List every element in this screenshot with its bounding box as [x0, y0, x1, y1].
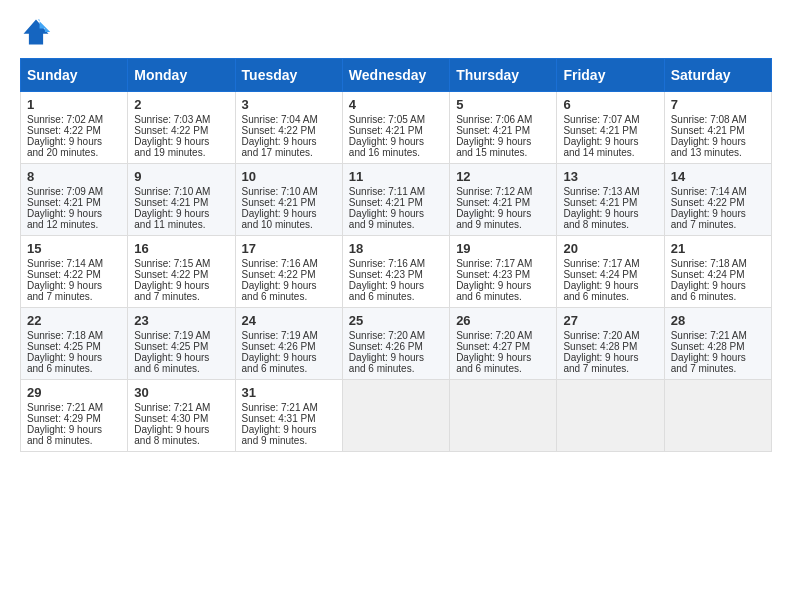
day-number: 5	[456, 97, 550, 112]
day-number: 20	[563, 241, 657, 256]
calendar-cell: 29Sunrise: 7:21 AMSunset: 4:29 PMDayligh…	[21, 380, 128, 452]
day-number: 26	[456, 313, 550, 328]
sunset-text: Sunset: 4:31 PM	[242, 413, 316, 424]
day-number: 28	[671, 313, 765, 328]
calendar-cell: 15Sunrise: 7:14 AMSunset: 4:22 PMDayligh…	[21, 236, 128, 308]
daylight-text: Daylight: 9 hours and 8 minutes.	[563, 208, 638, 230]
sunrise-text: Sunrise: 7:14 AM	[671, 186, 747, 197]
calendar-cell: 10Sunrise: 7:10 AMSunset: 4:21 PMDayligh…	[235, 164, 342, 236]
daylight-text: Daylight: 9 hours and 6 minutes.	[456, 352, 531, 374]
sunrise-text: Sunrise: 7:19 AM	[242, 330, 318, 341]
daylight-text: Daylight: 9 hours and 9 minutes.	[456, 208, 531, 230]
daylight-text: Daylight: 9 hours and 6 minutes.	[27, 352, 102, 374]
calendar-cell: 17Sunrise: 7:16 AMSunset: 4:22 PMDayligh…	[235, 236, 342, 308]
sunrise-text: Sunrise: 7:21 AM	[242, 402, 318, 413]
calendar-week-row: 15Sunrise: 7:14 AMSunset: 4:22 PMDayligh…	[21, 236, 772, 308]
daylight-text: Daylight: 9 hours and 7 minutes.	[671, 208, 746, 230]
sunrise-text: Sunrise: 7:06 AM	[456, 114, 532, 125]
col-header-sunday: Sunday	[21, 59, 128, 92]
daylight-text: Daylight: 9 hours and 6 minutes.	[242, 352, 317, 374]
sunset-text: Sunset: 4:22 PM	[134, 125, 208, 136]
sunset-text: Sunset: 4:25 PM	[134, 341, 208, 352]
sunset-text: Sunset: 4:21 PM	[134, 197, 208, 208]
day-number: 30	[134, 385, 228, 400]
calendar-cell: 13Sunrise: 7:13 AMSunset: 4:21 PMDayligh…	[557, 164, 664, 236]
sunrise-text: Sunrise: 7:03 AM	[134, 114, 210, 125]
daylight-text: Daylight: 9 hours and 6 minutes.	[242, 280, 317, 302]
sunset-text: Sunset: 4:23 PM	[456, 269, 530, 280]
daylight-text: Daylight: 9 hours and 13 minutes.	[671, 136, 746, 158]
day-number: 7	[671, 97, 765, 112]
col-header-wednesday: Wednesday	[342, 59, 449, 92]
logo	[20, 16, 56, 48]
sunset-text: Sunset: 4:21 PM	[563, 125, 637, 136]
daylight-text: Daylight: 9 hours and 10 minutes.	[242, 208, 317, 230]
calendar-cell: 3Sunrise: 7:04 AMSunset: 4:22 PMDaylight…	[235, 92, 342, 164]
sunset-text: Sunset: 4:30 PM	[134, 413, 208, 424]
daylight-text: Daylight: 9 hours and 7 minutes.	[27, 280, 102, 302]
col-header-monday: Monday	[128, 59, 235, 92]
sunset-text: Sunset: 4:28 PM	[563, 341, 637, 352]
daylight-text: Daylight: 9 hours and 11 minutes.	[134, 208, 209, 230]
calendar-cell: 25Sunrise: 7:20 AMSunset: 4:26 PMDayligh…	[342, 308, 449, 380]
sunset-text: Sunset: 4:22 PM	[27, 125, 101, 136]
sunset-text: Sunset: 4:21 PM	[27, 197, 101, 208]
sunrise-text: Sunrise: 7:10 AM	[242, 186, 318, 197]
day-number: 10	[242, 169, 336, 184]
daylight-text: Daylight: 9 hours and 19 minutes.	[134, 136, 209, 158]
calendar-cell: 27Sunrise: 7:20 AMSunset: 4:28 PMDayligh…	[557, 308, 664, 380]
sunset-text: Sunset: 4:27 PM	[456, 341, 530, 352]
day-number: 9	[134, 169, 228, 184]
daylight-text: Daylight: 9 hours and 9 minutes.	[349, 208, 424, 230]
sunset-text: Sunset: 4:22 PM	[242, 125, 316, 136]
sunset-text: Sunset: 4:26 PM	[349, 341, 423, 352]
sunrise-text: Sunrise: 7:08 AM	[671, 114, 747, 125]
sunrise-text: Sunrise: 7:19 AM	[134, 330, 210, 341]
calendar-cell: 11Sunrise: 7:11 AMSunset: 4:21 PMDayligh…	[342, 164, 449, 236]
calendar-week-row: 22Sunrise: 7:18 AMSunset: 4:25 PMDayligh…	[21, 308, 772, 380]
day-number: 1	[27, 97, 121, 112]
sunrise-text: Sunrise: 7:20 AM	[563, 330, 639, 341]
calendar-week-row: 8Sunrise: 7:09 AMSunset: 4:21 PMDaylight…	[21, 164, 772, 236]
day-number: 4	[349, 97, 443, 112]
calendar-cell: 7Sunrise: 7:08 AMSunset: 4:21 PMDaylight…	[664, 92, 771, 164]
daylight-text: Daylight: 9 hours and 15 minutes.	[456, 136, 531, 158]
sunrise-text: Sunrise: 7:09 AM	[27, 186, 103, 197]
sunrise-text: Sunrise: 7:17 AM	[563, 258, 639, 269]
calendar-cell: 2Sunrise: 7:03 AMSunset: 4:22 PMDaylight…	[128, 92, 235, 164]
calendar-cell: 28Sunrise: 7:21 AMSunset: 4:28 PMDayligh…	[664, 308, 771, 380]
sunset-text: Sunset: 4:24 PM	[671, 269, 745, 280]
logo-icon	[20, 16, 52, 48]
day-number: 16	[134, 241, 228, 256]
sunset-text: Sunset: 4:21 PM	[563, 197, 637, 208]
daylight-text: Daylight: 9 hours and 8 minutes.	[27, 424, 102, 446]
daylight-text: Daylight: 9 hours and 9 minutes.	[242, 424, 317, 446]
calendar-cell: 31Sunrise: 7:21 AMSunset: 4:31 PMDayligh…	[235, 380, 342, 452]
day-number: 15	[27, 241, 121, 256]
sunrise-text: Sunrise: 7:12 AM	[456, 186, 532, 197]
sunrise-text: Sunrise: 7:17 AM	[456, 258, 532, 269]
calendar-cell: 20Sunrise: 7:17 AMSunset: 4:24 PMDayligh…	[557, 236, 664, 308]
day-number: 6	[563, 97, 657, 112]
calendar-cell	[664, 380, 771, 452]
sunrise-text: Sunrise: 7:18 AM	[27, 330, 103, 341]
sunset-text: Sunset: 4:28 PM	[671, 341, 745, 352]
calendar-cell: 18Sunrise: 7:16 AMSunset: 4:23 PMDayligh…	[342, 236, 449, 308]
day-number: 27	[563, 313, 657, 328]
calendar-week-row: 29Sunrise: 7:21 AMSunset: 4:29 PMDayligh…	[21, 380, 772, 452]
calendar-cell: 5Sunrise: 7:06 AMSunset: 4:21 PMDaylight…	[450, 92, 557, 164]
calendar-cell: 24Sunrise: 7:19 AMSunset: 4:26 PMDayligh…	[235, 308, 342, 380]
sunrise-text: Sunrise: 7:16 AM	[242, 258, 318, 269]
daylight-text: Daylight: 9 hours and 16 minutes.	[349, 136, 424, 158]
day-number: 18	[349, 241, 443, 256]
day-number: 8	[27, 169, 121, 184]
day-number: 2	[134, 97, 228, 112]
sunset-text: Sunset: 4:22 PM	[27, 269, 101, 280]
day-number: 12	[456, 169, 550, 184]
calendar-cell: 21Sunrise: 7:18 AMSunset: 4:24 PMDayligh…	[664, 236, 771, 308]
day-number: 22	[27, 313, 121, 328]
sunrise-text: Sunrise: 7:18 AM	[671, 258, 747, 269]
day-number: 24	[242, 313, 336, 328]
sunrise-text: Sunrise: 7:04 AM	[242, 114, 318, 125]
day-number: 17	[242, 241, 336, 256]
